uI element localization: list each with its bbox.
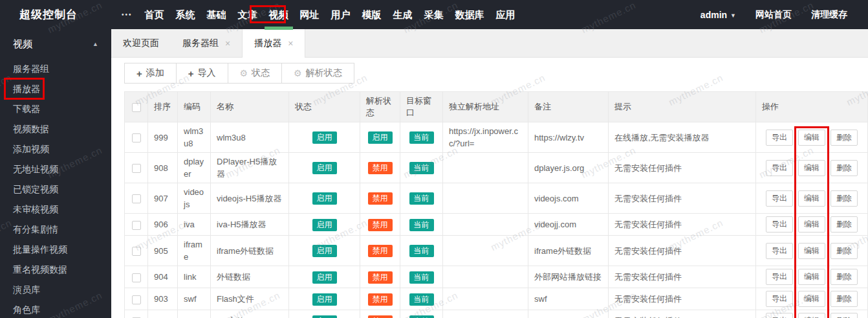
target-window-badge[interactable]: 当前 [409, 315, 434, 318]
export-button[interactable]: 导出 [766, 291, 793, 307]
sidebar-item-episode-plot[interactable]: 有分集剧情 [0, 220, 111, 240]
edit-button[interactable]: 编辑 [798, 216, 825, 233]
status-badge[interactable]: 启用 [312, 245, 337, 257]
actions-cell: 导出编辑删除 [756, 183, 868, 214]
sidebar-item-locked-video[interactable]: 已锁定视频 [0, 179, 111, 199]
delete-button[interactable]: 删除 [830, 130, 858, 146]
nav-item-app[interactable]: 应用 [490, 0, 521, 29]
collapse-dots-icon[interactable]: ••• [122, 11, 133, 18]
tab-server-group[interactable]: 服务器组× [171, 29, 242, 57]
row-checkbox[interactable] [132, 133, 141, 142]
parse-status-cell: 禁用 [360, 288, 400, 310]
target-window-badge[interactable]: 当前 [409, 271, 434, 284]
row-checkbox[interactable] [132, 194, 141, 203]
edit-button[interactable]: 编辑 [798, 313, 825, 318]
export-button[interactable]: 导出 [766, 243, 793, 259]
row-checkbox[interactable] [132, 273, 141, 282]
nav-item-video[interactable]: 视频 [263, 0, 294, 29]
parse-status-badge[interactable]: 禁用 [368, 293, 393, 306]
parse-status-badge[interactable]: 禁用 [368, 245, 393, 257]
sidebar-item-duplicate-video[interactable]: 重名视频数据 [0, 260, 111, 280]
status-badge[interactable]: 启用 [312, 162, 337, 174]
delete-button[interactable]: 删除 [830, 190, 858, 207]
sidebar-item-no-url-video[interactable]: 无地址视频 [0, 159, 111, 179]
parse-status-badge[interactable]: 禁用 [368, 271, 393, 284]
status-button[interactable]: ⚙状态 [228, 63, 283, 84]
name-cell: 外链数据 [211, 266, 289, 288]
sidebar-item-add-video[interactable]: 添加视频 [0, 139, 111, 159]
edit-button[interactable]: 编辑 [798, 190, 825, 207]
status-badge[interactable]: 启用 [312, 271, 337, 284]
parse-status-badge[interactable]: 启用 [368, 131, 393, 144]
target-window-badge[interactable]: 当前 [409, 245, 434, 257]
export-button[interactable]: 导出 [766, 190, 793, 207]
import-button[interactable]: +导入 [176, 63, 228, 84]
sidebar-item-video-data[interactable]: 视频数据 [0, 119, 111, 139]
topbar-clear-cache[interactable]: 清理缓存 [811, 9, 847, 21]
nav-item-home[interactable]: 首页 [139, 0, 170, 29]
nav-item-url[interactable]: 网址 [294, 0, 325, 29]
edit-button[interactable]: 编辑 [798, 130, 825, 146]
delete-button[interactable]: 删除 [830, 313, 858, 318]
topbar-site-home[interactable]: 网站首页 [755, 9, 792, 21]
tab-welcome[interactable]: 欢迎页面 [111, 29, 171, 57]
target-window-badge[interactable]: 当前 [409, 293, 434, 306]
sidebar-item-downloader[interactable]: 下载器 [0, 99, 111, 119]
edit-button[interactable]: 编辑 [798, 291, 825, 307]
delete-button[interactable]: 删除 [830, 160, 858, 176]
status-badge[interactable]: 启用 [312, 219, 337, 231]
row-checkbox[interactable] [132, 247, 141, 256]
export-button[interactable]: 导出 [766, 313, 793, 318]
add-button[interactable]: +添加 [124, 63, 177, 84]
select-all-checkbox[interactable] [132, 103, 141, 112]
nav-item-database[interactable]: 数据库 [450, 0, 490, 29]
sidebar-item-role-library[interactable]: 角色库 [0, 300, 111, 318]
sidebar-item-player[interactable]: 播放器 [0, 79, 111, 99]
export-button[interactable]: 导出 [766, 160, 793, 176]
nav-item-collect[interactable]: 采集 [418, 0, 450, 29]
target-window-badge[interactable]: 当前 [409, 131, 434, 144]
target-window-badge[interactable]: 当前 [409, 162, 434, 174]
nav-item-base[interactable]: 基础 [201, 0, 232, 29]
tab-player[interactable]: 播放器× [242, 29, 305, 58]
target-window-badge[interactable]: 当前 [409, 192, 434, 205]
sidebar-item-unaudited-video[interactable]: 未审核视频 [0, 199, 111, 220]
tab-close-icon[interactable]: × [225, 39, 230, 48]
nav-item-article[interactable]: 文章 [232, 0, 263, 29]
row-checkbox[interactable] [132, 295, 141, 304]
status-badge[interactable]: 启用 [312, 192, 337, 205]
target-window-badge[interactable]: 当前 [409, 219, 434, 231]
parse-status-badge[interactable]: 禁用 [368, 219, 393, 231]
row-checkbox[interactable] [132, 221, 141, 230]
sidebar-item-server-group[interactable]: 服务器组 [0, 59, 111, 79]
edit-button[interactable]: 编辑 [798, 269, 825, 285]
sidebar-item-batch-video[interactable]: 批量操作视频 [0, 240, 111, 260]
nav-item-user[interactable]: 用户 [325, 0, 356, 29]
edit-button[interactable]: 编辑 [798, 243, 825, 259]
parse-status-badge[interactable]: 禁用 [368, 162, 393, 174]
nav-item-generate[interactable]: 生成 [387, 0, 418, 29]
status-badge[interactable]: 启用 [312, 293, 337, 306]
delete-button[interactable]: 删除 [830, 243, 858, 259]
delete-button[interactable]: 删除 [830, 269, 858, 285]
delete-button[interactable]: 删除 [830, 291, 858, 307]
parse-status-button[interactable]: ⚙解析状态 [281, 63, 354, 84]
tab-close-icon[interactable]: × [288, 39, 293, 48]
sidebar-group-video[interactable]: 视频 ▲ [0, 29, 111, 59]
edit-button[interactable]: 编辑 [798, 160, 825, 176]
status-badge[interactable]: 启用 [312, 131, 337, 144]
export-button[interactable]: 导出 [766, 216, 793, 233]
export-button[interactable]: 导出 [766, 130, 793, 146]
status-badge[interactable]: 启用 [312, 315, 337, 318]
name-cell: videojs-H5播放器 [211, 183, 289, 214]
parse-status-badge[interactable]: 禁用 [368, 315, 393, 318]
export-button[interactable]: 导出 [766, 269, 793, 285]
parse-status-badge[interactable]: 禁用 [368, 192, 393, 205]
row-checkbox-cell [125, 122, 148, 153]
sidebar-item-actor-library[interactable]: 演员库 [0, 280, 111, 300]
delete-button[interactable]: 删除 [830, 216, 858, 233]
nav-item-system[interactable]: 系统 [170, 0, 201, 29]
row-checkbox[interactable] [132, 164, 141, 173]
nav-item-template[interactable]: 模版 [356, 0, 387, 29]
topbar-admin-dropdown[interactable]: admin▼ [700, 10, 736, 20]
